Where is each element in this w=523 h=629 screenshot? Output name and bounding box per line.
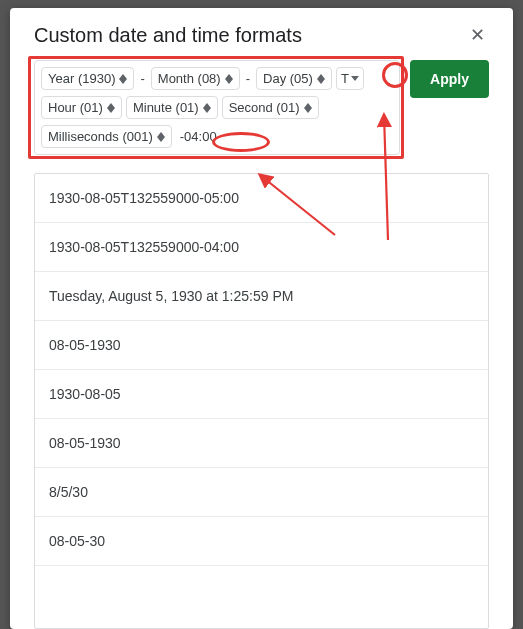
- apply-button[interactable]: Apply: [410, 60, 489, 98]
- format-controls-row: Year (1930) - Month (08) - Day: [10, 56, 513, 159]
- chevron-updown-icon: [304, 103, 312, 113]
- format-option[interactable]: 08-05-30: [35, 517, 488, 566]
- token-hour-label: Hour (01): [48, 101, 103, 114]
- token-separator: -: [244, 71, 252, 86]
- format-option[interactable]: 08-05-1930: [35, 321, 488, 370]
- token-hour[interactable]: Hour (01): [41, 96, 122, 119]
- token-separator: -: [138, 71, 146, 86]
- token-t-label: T: [341, 72, 349, 85]
- format-option[interactable]: 8/5/30: [35, 468, 488, 517]
- format-option[interactable]: Tuesday, August 5, 1930 at 1:25:59 PM: [35, 272, 488, 321]
- token-ms-label: Milliseconds (001): [48, 130, 153, 143]
- format-option[interactable]: 08-05-1930: [35, 419, 488, 468]
- dialog-title: Custom date and time formats: [34, 24, 302, 47]
- token-second-label: Second (01): [229, 101, 300, 114]
- format-option[interactable]: 1930-08-05: [35, 370, 488, 419]
- chevron-updown-icon: [225, 74, 233, 84]
- chevron-updown-icon: [119, 74, 127, 84]
- custom-date-format-dialog: Custom date and time formats ✕ Year (193…: [10, 8, 513, 629]
- format-token-field[interactable]: Year (1930) - Month (08) - Day: [34, 60, 400, 155]
- chevron-down-icon: [351, 76, 359, 81]
- chevron-updown-icon: [317, 74, 325, 84]
- close-icon[interactable]: ✕: [466, 22, 489, 48]
- token-timezone-text[interactable]: -04:00: [176, 129, 221, 144]
- token-minute[interactable]: Minute (01): [126, 96, 218, 119]
- token-year[interactable]: Year (1930): [41, 67, 134, 90]
- token-milliseconds[interactable]: Milliseconds (001): [41, 125, 172, 148]
- format-option[interactable]: 1930-08-05T132559000-04:00: [35, 223, 488, 272]
- token-day-label: Day (05): [263, 72, 313, 85]
- format-option[interactable]: 1930-08-05T132559000-05:00: [35, 174, 488, 223]
- dialog-header: Custom date and time formats ✕: [10, 8, 513, 56]
- token-year-label: Year (1930): [48, 72, 115, 85]
- format-options-list[interactable]: 1930-08-05T132559000-05:001930-08-05T132…: [34, 173, 489, 629]
- chevron-updown-icon: [107, 103, 115, 113]
- chevron-updown-icon: [203, 103, 211, 113]
- token-month-label: Month (08): [158, 72, 221, 85]
- chevron-updown-icon: [157, 132, 165, 142]
- token-minute-label: Minute (01): [133, 101, 199, 114]
- token-t-literal[interactable]: T: [336, 67, 364, 90]
- format-options-wrap: 1930-08-05T132559000-05:001930-08-05T132…: [34, 173, 489, 629]
- token-day[interactable]: Day (05): [256, 67, 332, 90]
- token-second[interactable]: Second (01): [222, 96, 319, 119]
- token-month[interactable]: Month (08): [151, 67, 240, 90]
